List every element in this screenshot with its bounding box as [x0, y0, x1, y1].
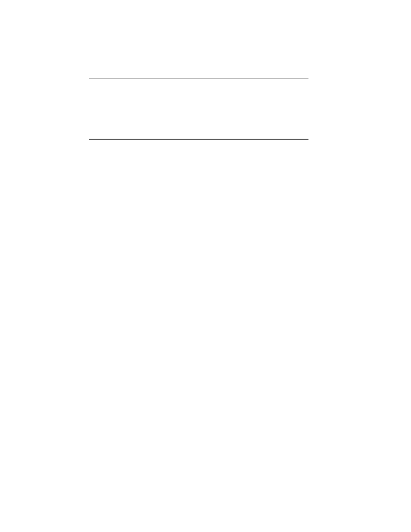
- document-page: [0, 0, 411, 532]
- horizontal-rule-top: [89, 78, 308, 78]
- horizontal-rule-bottom: [89, 139, 308, 140]
